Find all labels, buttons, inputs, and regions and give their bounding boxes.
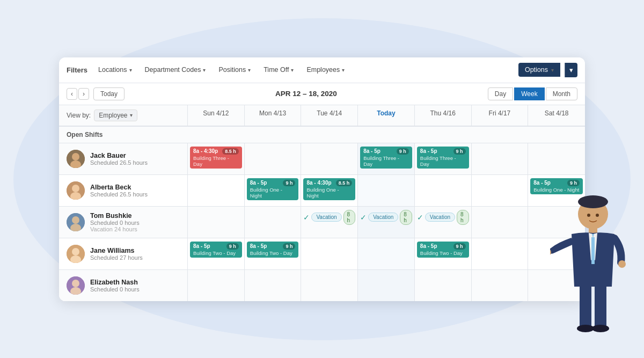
day-cell: 8a - 5p 9 h Building Three - Day — [415, 143, 472, 174]
prev-button[interactable]: ‹ — [67, 88, 77, 100]
employee-name: Tom Bushkie — [90, 212, 180, 220]
employee-name: Elizabeth Nash — [90, 279, 180, 286]
svg-point-26 — [596, 214, 599, 217]
view-week-button[interactable]: Week — [514, 87, 544, 100]
day-header-tue: Tue 4/14 — [301, 105, 358, 126]
shift-block[interactable]: 8a - 5p 9 h Building Two - Day — [190, 242, 242, 258]
viewby-cell: View by: Employee ▾ — [59, 105, 188, 126]
vacation-cell: ✓ Vacation 8 h — [360, 210, 412, 225]
vacation-badge: Vacation — [368, 213, 398, 222]
vacation-cell: ✓ Vacation 8 h — [417, 210, 469, 225]
day-cell: 8a - 5p 9 h Building Three - Day — [358, 143, 415, 174]
filter-positions[interactable]: Positions ▾ — [214, 64, 255, 76]
viewby-label: View by: — [67, 112, 91, 119]
day-cell — [301, 270, 358, 301]
day-cell: ✓ Vacation 8 h — [415, 207, 472, 238]
day-cell: 8a - 5p 9 h Building Two - Day — [188, 238, 245, 269]
scheduler-app: Filters Locations ▾ Department Codes ▾ P… — [59, 57, 585, 301]
next-button[interactable]: › — [78, 88, 89, 100]
vacation-hours: 8 h — [343, 210, 356, 225]
day-cell — [528, 143, 585, 174]
table-row: Alberta Beck Scheduled 26.5 hours 8a - 5… — [59, 175, 585, 207]
vacation-cell: ✓ Vacation 8 h — [303, 210, 355, 225]
filter-time-off[interactable]: Time Off ▾ — [259, 64, 298, 76]
view-day-button[interactable]: Day — [488, 87, 513, 100]
shift-block[interactable]: 8a - 5p 9 h Building Two - Day — [417, 242, 469, 258]
day-cells: 8a - 5p 9 h Building Two - Day 8a - 5p 9… — [188, 238, 585, 269]
shift-block[interactable]: 8a - 4:30p 8.5 h Building One - Night — [303, 178, 355, 200]
employee-info-elizabeth: Elizabeth Nash Scheduled 0 hours — [59, 270, 188, 301]
day-cell: 8a - 5p 9 h Building One - Night — [245, 175, 302, 206]
employee-details: Jack Bauer Scheduled 26.5 hours — [90, 152, 180, 166]
table-row: Tom Bushkie Scheduled 0 hours Vacation 2… — [59, 207, 585, 238]
employee-hours: Scheduled 27 hours — [90, 254, 180, 261]
shift-block[interactable]: 8a - 5p 9 h Building Three - Day — [360, 147, 412, 169]
day-cell — [472, 238, 529, 269]
day-cell: ✓ Vacation 8 h — [301, 207, 358, 238]
employee-info-jane: Jane Williams Scheduled 27 hours — [59, 238, 188, 269]
chevron-down-icon: ▾ — [291, 67, 294, 73]
employee-details: Jane Williams Scheduled 27 hours — [90, 247, 180, 261]
day-header-sat: Sat 4/18 — [528, 105, 585, 126]
filter-bar: Filters Locations ▾ Department Codes ▾ P… — [59, 57, 585, 83]
shift-block[interactable]: 8a - 5p 9 h Building Three - Day — [417, 147, 469, 169]
svg-point-4 — [72, 185, 79, 192]
day-cell — [301, 238, 358, 269]
shift-block[interactable]: 8a - 5p 9 h Building Two - Day — [247, 242, 299, 258]
filter-locations[interactable]: Locations ▾ — [94, 64, 136, 76]
view-month-button[interactable]: Month — [546, 87, 577, 100]
day-cell — [358, 175, 415, 206]
day-headers: Sun 4/12 Mon 4/13 Tue 4/14 Today Thu 4/1… — [188, 105, 585, 126]
vacation-hours: 8 h — [457, 210, 469, 225]
vacation-badge: Vacation — [311, 213, 341, 222]
svg-point-7 — [72, 216, 79, 224]
date-range: APR 12 – 18, 2020 — [125, 90, 488, 98]
day-cell: 8a - 5p 9 h Building Two - Day — [415, 238, 472, 269]
vacation-hours: 8 h — [400, 210, 412, 225]
chevron-down-icon: ▾ — [551, 67, 554, 73]
open-shifts-row: Open Shifts — [59, 127, 585, 143]
day-cell: 8a - 4:30p 8.5 h Building One - Night — [301, 175, 358, 206]
day-header-sun: Sun 4/12 — [188, 105, 245, 126]
options-button[interactable]: Options ▾ — [518, 63, 560, 77]
table-row: Elizabeth Nash Scheduled 0 hours — [59, 270, 585, 301]
day-cell — [415, 175, 472, 206]
svg-point-20 — [618, 260, 626, 268]
employee-vacation-hours: Vacation 24 hours — [90, 226, 180, 232]
chevron-down-icon: ▾ — [203, 67, 206, 73]
nav-arrows: ‹ › — [67, 88, 89, 100]
day-cell: ✓ Vacation 8 h — [358, 207, 415, 238]
day-cell: 8a - 4:30p 8.5 h Building Three - Day — [188, 143, 245, 174]
view-toggle: Day Week Month — [488, 87, 577, 100]
day-cell — [245, 270, 302, 301]
day-cell — [188, 207, 245, 238]
employee-hours: Scheduled 26.5 hours — [90, 191, 180, 198]
day-cell — [358, 270, 415, 301]
viewby-select[interactable]: Employee ▾ — [94, 109, 137, 121]
shift-block[interactable]: 8a - 4:30p 8.5 h Building Three - Day — [190, 147, 242, 169]
day-header-thu: Thu 4/16 — [415, 105, 472, 126]
day-cell — [415, 270, 472, 301]
day-header-mon: Mon 4/13 — [245, 105, 302, 126]
filters-label: Filters — [67, 66, 87, 74]
filter-department-codes[interactable]: Department Codes ▾ — [141, 64, 210, 76]
vacation-badge: Vacation — [425, 213, 455, 222]
day-cells: 8a - 5p 9 h Building One - Night 8a - 4:… — [188, 175, 585, 206]
day-cell — [472, 143, 529, 174]
shift-block[interactable]: 8a - 5p 9 h Building One - Night — [247, 178, 299, 200]
options-split-button[interactable]: ▾ — [565, 63, 577, 77]
employee-name: Jack Bauer — [90, 152, 180, 159]
day-header-fri: Fri 4/17 — [472, 105, 529, 126]
chevron-down-icon: ▾ — [248, 67, 251, 73]
filter-employees[interactable]: Employees ▾ — [302, 64, 349, 76]
day-cell — [188, 175, 245, 206]
employee-info-jack: Jack Bauer Scheduled 26.5 hours — [59, 143, 188, 174]
employee-hours: Scheduled 26.5 hours — [90, 159, 180, 166]
today-button[interactable]: Today — [93, 87, 125, 100]
avatar — [67, 150, 85, 168]
svg-point-16 — [578, 195, 608, 208]
chevron-down-icon: ▾ — [342, 67, 345, 73]
day-cell — [245, 143, 302, 174]
schedule-grid: Open Shifts Jack Bauer Scheduled 26.5 ho… — [59, 127, 585, 301]
day-cell — [245, 207, 302, 238]
